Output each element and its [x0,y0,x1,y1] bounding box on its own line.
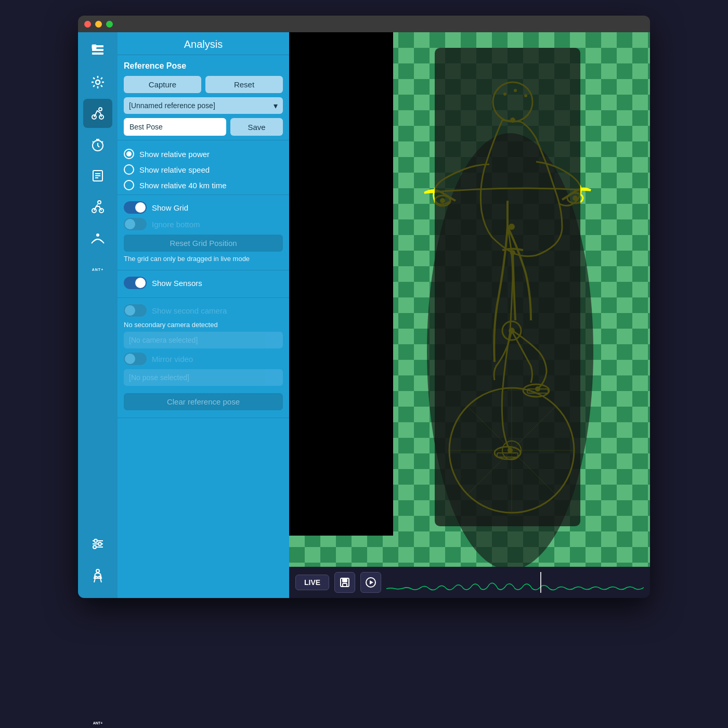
svg-point-20 [96,569,99,573]
grid-section: Show Grid Ignore bottom Reset Grid Posit… [118,195,289,270]
pose-name-input[interactable] [124,118,226,136]
show-second-camera-label: Show second camera [152,306,227,315]
ignore-bottom-toggle [124,218,147,230]
show-sensors-row: Show Sensors [124,277,283,289]
svg-rect-49 [343,583,347,587]
app-body: ANT+ ANT+ [78,32,650,598]
svg-rect-1 [92,49,103,51]
no-secondary-camera-text: No secondary camera detected [124,321,283,329]
ignore-bottom-row: Ignore bottom [124,218,283,230]
reset-grid-button: Reset Grid Position [124,235,283,252]
svg-point-13 [96,233,99,237]
main-content: LIVE [289,32,650,598]
svg-point-7 [99,108,102,111]
svg-point-17 [94,539,97,542]
play-button[interactable] [360,572,381,593]
radio-label-power: Show relative power [139,150,210,159]
show-grid-toggle[interactable] [124,201,147,214]
radio-group: Show relative power Show relative speed … [124,149,283,190]
save-recording-button[interactable] [334,572,355,593]
grid-hint-text: The grid can only be dragged in live mod… [124,255,283,263]
mirror-video-row: Mirror video [124,353,283,365]
black-side-panel [289,32,393,536]
waveform-area[interactable] [386,572,644,593]
reference-pose-label: Reference Pose [124,61,283,71]
radio-relative-power[interactable]: Show relative power [124,149,283,159]
reference-pose-section: Reference Pose Capture Reset [Unnamed re… [118,55,289,140]
toggle-knob-ignore [125,219,135,229]
radio-relative-speed[interactable]: Show relative speed [124,164,283,175]
radio-label-40km: Show relative 40 km time [139,181,227,190]
second-camera-section: Show second camera No secondary camera d… [118,298,289,418]
radio-circle-power [124,149,134,159]
sidebar-item-cyclist[interactable] [83,99,112,128]
show-grid-label: Show Grid [152,203,188,212]
second-camera-toggle [124,304,147,317]
svg-point-18 [98,542,101,545]
svg-rect-2 [92,53,103,55]
rider-silhouette [435,48,580,526]
toggle-knob [135,202,146,213]
radio-relative-40km[interactable]: Show relative 40 km time [124,180,283,190]
icon-sidebar: ANT+ ANT+ [78,32,118,598]
sidebar-item-ant-plus[interactable]: ANT+ [83,224,112,253]
mirror-video-knob [125,354,135,364]
reset-pose-button[interactable]: Reset [205,76,283,93]
svg-point-12 [98,201,101,204]
live-button[interactable]: LIVE [295,575,329,590]
no-camera-selected-box: [No camera selected] [124,332,283,348]
app-window: ANT+ ANT+ [78,16,650,598]
svg-point-4 [96,80,100,84]
sidebar-item-profile[interactable] [83,36,112,66]
close-button[interactable] [84,21,91,28]
svg-marker-51 [370,580,373,584]
capture-button[interactable]: Capture [124,76,201,93]
sidebar-item-cyclist2[interactable] [83,192,112,222]
pose-dropdown[interactable]: [Unnamed reference pose] [124,97,283,114]
ignore-bottom-label: Ignore bottom [152,220,200,229]
sidebar-item-sliders[interactable] [83,529,112,558]
sidebar-item-settings[interactable] [83,68,112,97]
radio-circle-40km [124,180,134,190]
titlebar [78,16,650,32]
sidebar-bottom [83,529,112,594]
bottom-toolbar: LIVE [289,567,650,598]
svg-rect-48 [343,578,347,582]
save-button[interactable]: Save [230,118,283,136]
name-row: Save [124,118,283,136]
show-sensors-label: Show Sensors [152,279,202,288]
show-sensors-toggle[interactable] [124,277,147,289]
second-camera-knob [125,305,135,316]
analysis-panel: Analysis Reference Pose Capture Reset [U… [118,32,289,598]
pose-dropdown-wrapper: [Unnamed reference pose] ▾ [124,97,283,114]
waveform-svg [386,572,644,593]
sensors-toggle-knob [135,278,146,288]
radio-label-speed: Show relative speed [139,165,210,174]
sidebar-item-notes[interactable] [83,161,112,190]
no-pose-selected-box: [No pose selected] [124,369,283,386]
panel-title: Analysis [118,32,289,55]
radio-circle-speed [124,164,134,175]
radio-section: Show relative power Show relative speed … [118,140,289,195]
sensors-section: Show Sensors [118,270,289,298]
maximize-button[interactable] [106,21,113,28]
mirror-video-label: Mirror video [152,355,193,363]
svg-point-19 [93,545,96,549]
clear-reference-button: Clear reference pose [124,393,283,410]
svg-rect-3 [92,45,96,49]
mirror-video-toggle [124,353,147,365]
traffic-lights [84,21,113,28]
sidebar-item-person[interactable] [83,561,112,590]
video-area [289,32,650,567]
sidebar-item-stopwatch[interactable] [83,130,112,159]
show-second-camera-row: Show second camera [124,304,283,317]
capture-reset-row: Capture Reset [124,76,283,93]
minimize-button[interactable] [95,21,102,28]
show-grid-row: Show Grid [124,201,283,214]
